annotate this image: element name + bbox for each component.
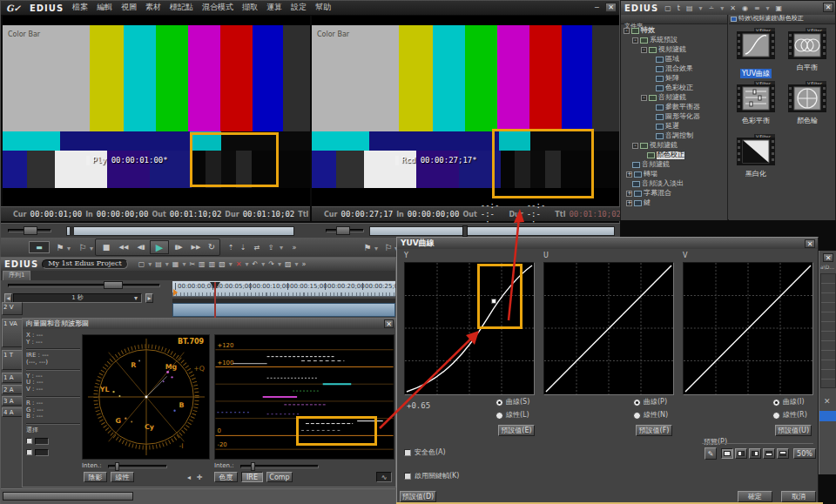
scope-option-checkbox[interactable] xyxy=(26,449,32,455)
tree-expander[interactable]: - xyxy=(641,95,647,101)
u-curve-radio[interactable]: 曲線(P) xyxy=(633,399,667,407)
tree-item[interactable]: 音頻淡入淡出 xyxy=(632,179,727,189)
redo-dropdown[interactable]: ▾ xyxy=(278,260,281,268)
tree-item[interactable]: 延遲 xyxy=(656,122,727,131)
recorder-shuttle-thumb[interactable] xyxy=(336,226,350,235)
color-wheel-effect-icon[interactable]: V.Filter xyxy=(788,81,826,112)
v-linear-radio[interactable]: 線性(R) xyxy=(772,412,807,420)
palette-tool-dropdown2[interactable]: ▾ xyxy=(720,4,724,12)
set-out-dropdown[interactable]: ▾ xyxy=(88,244,95,252)
paste-dropdown[interactable]: ▾ xyxy=(229,260,233,268)
u-preset-button[interactable]: 預設值(F) xyxy=(636,425,672,436)
tree-expander[interactable]: + xyxy=(626,191,632,197)
strip-close-button[interactable]: ✕ xyxy=(823,253,833,262)
minimize-button[interactable]: ─ xyxy=(591,3,603,12)
y-preset-button[interactable]: 預設值(E) xyxy=(498,425,535,436)
palette-tool-text-icon[interactable]: t xyxy=(678,4,680,12)
stop-button[interactable]: ■ xyxy=(98,241,114,253)
radio-curve-u[interactable] xyxy=(633,399,641,407)
tree-item[interactable]: 參數平衡器 xyxy=(656,103,727,112)
track-header-4a[interactable]: 4 A xyxy=(2,407,23,417)
palette-tool-list-icon[interactable]: ≡ xyxy=(754,4,760,12)
vector-target-icon[interactable]: ✛ xyxy=(194,472,205,482)
radio-linear-y[interactable] xyxy=(496,412,503,420)
tree-item[interactable]: -視頻濾鏡 xyxy=(632,141,727,151)
scope-option-field[interactable] xyxy=(35,438,49,445)
yuv-curve-effect-icon[interactable]: V.Filter xyxy=(737,28,775,59)
vector-prev-icon[interactable]: ◂ xyxy=(185,472,193,482)
export-up-icon[interactable]: ⇡ xyxy=(226,241,236,253)
loop-play-button[interactable]: ↻ xyxy=(205,240,219,253)
sequence-tab[interactable]: 序列1 xyxy=(3,271,30,280)
player-scrub-bar[interactable] xyxy=(66,226,294,236)
copy-icon[interactable]: ▥ xyxy=(199,260,206,268)
redo-icon[interactable]: ↷ xyxy=(268,260,274,268)
cut-icon[interactable]: ✂ xyxy=(189,260,195,268)
track-header-3a[interactable]: 3 A xyxy=(2,396,23,406)
colorbar-clip[interactable] xyxy=(172,303,395,317)
zoom-value-field[interactable]: 1 秒 xyxy=(13,293,142,303)
tree-expander[interactable]: - xyxy=(624,28,630,34)
v-preset-button[interactable]: 預設值(U) xyxy=(775,425,812,436)
strip-delete-icon[interactable]: ✕ xyxy=(824,397,831,406)
tree-item[interactable]: 音頻濾鏡 xyxy=(632,160,727,170)
palette-tool-dock-icon[interactable]: ∸ xyxy=(708,4,714,12)
scope-option-field[interactable] xyxy=(35,449,49,456)
timeline-zoom-slider[interactable] xyxy=(8,284,160,287)
player-shuttle-thumb[interactable] xyxy=(24,226,37,235)
palette-tool-layout-icon[interactable]: ▤ xyxy=(686,4,693,12)
scope-option-checkbox[interactable] xyxy=(26,438,32,444)
tree-item[interactable]: +轉場 xyxy=(626,170,727,179)
effect-item-yuv-curve[interactable]: V.Filter YUV曲線 xyxy=(733,28,779,78)
ffwd-button[interactable]: ▶▶ xyxy=(187,241,205,253)
track-header-1t[interactable]: 1 T xyxy=(2,350,23,370)
export-icon[interactable]: ⇪ xyxy=(266,241,276,253)
wave-comp-button[interactable]: Comp xyxy=(266,472,293,482)
white-balance-effect-icon[interactable]: V.Filter xyxy=(788,28,826,59)
player-scrub-position[interactable] xyxy=(70,226,74,236)
menu-mode[interactable]: 混合模式 xyxy=(202,3,233,12)
play-button[interactable]: ▶ xyxy=(150,240,169,254)
tree-item[interactable]: 色彩校正 xyxy=(656,84,727,93)
close-button[interactable]: ✕ xyxy=(605,3,617,12)
radio-curve-y[interactable] xyxy=(496,399,503,407)
y-curve-radio[interactable]: 曲線(S) xyxy=(496,399,529,407)
preview-split-full-button[interactable] xyxy=(721,448,733,459)
rec-set-in-dropdown[interactable]: ▾ xyxy=(373,244,380,252)
strip-list[interactable] xyxy=(820,273,836,388)
scope-close-button[interactable]: ✕ xyxy=(384,319,394,328)
swap-icon[interactable]: ⇄ xyxy=(252,241,262,253)
tree-expander[interactable]: + xyxy=(626,171,632,178)
palette-tool-palette-icon[interactable]: ◉ xyxy=(742,4,748,12)
tree-item[interactable]: +鍵 xyxy=(626,198,727,208)
next-frame-button[interactable]: ▮▶ xyxy=(171,241,186,253)
tree-item-selected[interactable]: 顏色校正 xyxy=(647,151,727,160)
effect-item-color-balance[interactable]: V.Filter 色彩平衡 xyxy=(733,81,779,131)
export-down-icon[interactable]: ⇣ xyxy=(238,241,248,253)
track-header-2a[interactable]: 2 A xyxy=(2,385,23,394)
vector-linear-button[interactable]: 線性 xyxy=(111,472,134,482)
tree-expander[interactable]: - xyxy=(632,143,638,149)
radio-curve-v[interactable] xyxy=(772,399,780,407)
tree-item[interactable]: -系統預設 xyxy=(632,36,727,45)
rec-set-in-button[interactable]: ⚑ xyxy=(362,240,373,254)
menu-marker[interactable]: 標記點 xyxy=(170,3,193,12)
default-all-button[interactable]: 預設值(D) xyxy=(400,491,436,502)
paste-icon[interactable]: ▥ xyxy=(209,260,216,268)
palette-tool-delete-icon[interactable]: ✕ xyxy=(730,4,736,12)
palette-close-button[interactable]: ✕ xyxy=(823,3,833,12)
y-linear-radio[interactable]: 線性(L) xyxy=(496,412,529,420)
delete-icon[interactable]: ✕ xyxy=(236,260,242,268)
undo-icon[interactable]: ↶ xyxy=(253,260,259,268)
rewind-button[interactable]: ◀◀ xyxy=(115,241,132,253)
save-project-icon[interactable]: ▦ xyxy=(172,260,179,268)
vector-shadow-button[interactable]: 陰影 xyxy=(84,472,107,482)
zoom-right-button[interactable]: ▸ xyxy=(145,293,153,303)
menu-capture[interactable]: 擷取 xyxy=(242,3,258,12)
preview-split-right-button[interactable] xyxy=(749,448,761,459)
prev-frame-button[interactable]: ◀▮ xyxy=(133,241,149,253)
tree-expander[interactable]: - xyxy=(641,47,647,53)
menu-edit[interactable]: 編輯 xyxy=(97,3,112,12)
vector-inten-thumb[interactable] xyxy=(115,462,119,471)
yuv-dialog-close-button[interactable]: ✕ xyxy=(805,239,815,248)
